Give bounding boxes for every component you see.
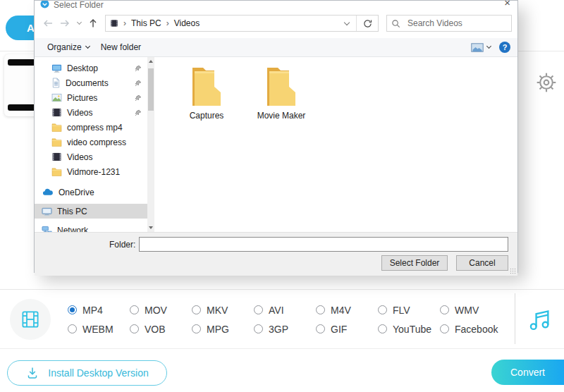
sidebar-item-desktop[interactable]: Desktop [35,61,147,75]
recent-locations-icon[interactable] [74,16,84,31]
sidebar-item-vidmore-1231[interactable]: Vidmore-1231 [35,164,147,179]
sidebar-item-label: Videos [67,152,92,162]
search-box[interactable] [386,15,512,32]
format-option-mov[interactable]: MOV [130,305,192,316]
format-option-youtube[interactable]: YouTube [378,324,440,335]
format-label: WMV [455,305,479,316]
organize-menu[interactable]: Organize [42,38,95,56]
onedrive-icon [42,188,54,196]
format-option-avi[interactable]: AVI [254,305,316,316]
install-desktop-button[interactable]: Install Desktop Version [7,360,167,386]
view-mode-button[interactable] [470,43,492,52]
sidebar-item-this-pc[interactable]: This PC [35,204,147,219]
up-icon[interactable] [85,16,101,31]
folder-item-captures[interactable]: Captures [174,66,239,121]
document-icon [51,78,61,88]
radio-icon [192,324,201,333]
radio-icon [68,324,77,333]
sidebar-item-onedrive[interactable]: OneDrive [35,185,147,200]
select-folder-button[interactable]: Select Folder [381,255,448,271]
sidebar-item-label: Videos [67,108,92,118]
sidebar-scrollbar[interactable] [147,57,154,232]
scroll-down-icon[interactable] [147,223,154,232]
format-option-m4v[interactable]: M4V [316,305,378,316]
folder-item-movie-maker[interactable]: Movie Maker [249,66,314,121]
sidebar-item-label: This PC [57,207,87,216]
search-icon [391,19,400,28]
folder-icon [51,123,62,132]
back-icon[interactable] [40,16,56,31]
format-label: MKV [207,305,228,316]
new-folder-label: New folder [101,42,141,52]
pin-icon [135,94,142,102]
breadcrumb[interactable]: ›This PC›Videos [110,18,338,28]
close-icon[interactable]: × [504,1,510,8]
format-label: YouTube [393,324,431,335]
dialog-app-icon [40,1,49,8]
pin-icon [135,65,142,72]
sidebar-item-pictures[interactable]: Pictures [35,90,147,105]
folder-field-label: Folder: [109,240,135,250]
format-label: 3GP [269,324,288,335]
format-option-vob[interactable]: VOB [130,324,192,335]
format-label: AVI [269,305,284,316]
sidebar-item-label: Network [57,226,88,233]
format-option-mpg[interactable]: MPG [192,324,254,335]
format-option-mp4[interactable]: MP4 [68,305,130,316]
breadcrumb-separator-icon: › [166,18,169,28]
organize-label: Organize [47,42,82,52]
radio-icon [316,324,325,333]
breadcrumb-item-this-pc[interactable]: This PC [131,18,161,28]
sidebar-item-network[interactable]: Network [35,223,147,232]
format-option-facebook[interactable]: Facebook [440,324,502,335]
navigation-bar: ›This PC›Videos [35,11,517,34]
format-option-wmv[interactable]: WMV [440,305,502,316]
format-label: MPG [207,324,229,335]
format-option-gif[interactable]: GIF [316,324,378,335]
radio-icon [316,305,325,314]
scrollbar-thumb[interactable] [148,68,154,111]
sidebar-item-label: Desktop [67,63,98,73]
refresh-icon[interactable] [356,16,378,31]
folder-item-label: Movie Maker [257,111,306,121]
format-option-webm[interactable]: WEBM [68,324,130,335]
sidebar-item-label: video compress [67,137,126,147]
radio-icon [192,305,201,314]
format-option-flv[interactable]: FLV [378,305,440,316]
settings-gear-icon[interactable] [534,71,558,95]
radio-icon [130,305,139,314]
search-input[interactable] [406,18,507,29]
format-label: M4V [331,305,351,316]
breadcrumb-item-videos[interactable]: Videos [174,18,200,28]
scroll-up-icon[interactable] [147,57,154,66]
location-icon [110,19,118,27]
radio-icon [130,324,139,333]
dialog-titlebar[interactable]: Select Folder × [35,1,517,11]
thispc-icon [42,207,52,216]
sidebar-item-videos[interactable]: Videos [35,149,147,164]
cancel-button[interactable]: Cancel [456,255,508,271]
sidebar-item-label: Vidmore-1231 [67,167,120,177]
address-bar[interactable]: ›This PC›Videos [105,15,379,32]
resize-grip[interactable] [510,268,515,274]
sidebar-item-documents[interactable]: Documents [35,75,147,90]
convert-button[interactable]: Convert [491,360,564,385]
format-label: Facebook [455,324,498,335]
new-folder-button[interactable]: New folder [95,38,147,56]
format-option-mkv[interactable]: MKV [192,305,254,316]
radio-icon [378,324,387,333]
address-dropdown-icon[interactable] [338,16,356,31]
help-icon[interactable]: ? [499,42,510,53]
format-label: GIF [331,324,347,335]
folder-name-input[interactable] [139,237,508,252]
output-format-list: MP4MOVMKVAVIM4VFLVWMVWEBMVOBMPG3GPGIFYou… [68,300,502,338]
breadcrumb-separator-icon: › [123,18,126,28]
audio-format-icon[interactable] [526,306,553,336]
sidebar-item-compress-mp4[interactable]: compress mp4 [35,120,147,135]
radio-icon [254,324,263,333]
sidebar-item-videos[interactable]: Videos [35,105,147,120]
forward-icon[interactable] [57,16,73,31]
app-window: A MP4MOVMKVAVIM4VFLVWMVWEBMVOBMPG3GPGIFY… [0,0,564,392]
format-option-3gp[interactable]: 3GP [254,324,316,335]
sidebar-item-video-compress[interactable]: video compress [35,135,147,149]
